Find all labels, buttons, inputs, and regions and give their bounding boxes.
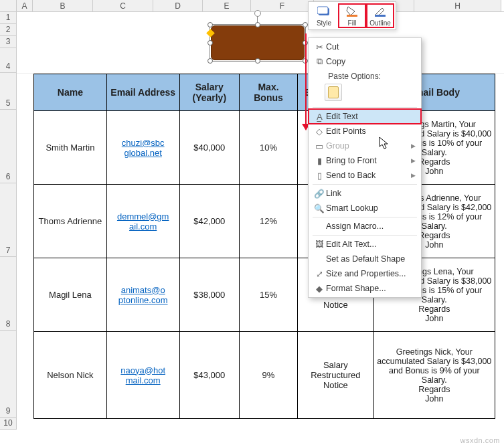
row-header[interactable]: 3	[0, 36, 17, 48]
row-header[interactable]: 6	[0, 110, 17, 183]
col-header[interactable]: H	[414, 0, 501, 11]
row-header[interactable]: 7	[0, 183, 17, 257]
menu-edit-points[interactable]: ◇ Edit Points	[309, 124, 421, 139]
style-button[interactable]: Style	[310, 3, 338, 28]
cell-email[interactable]: animats@optonline.com	[106, 258, 179, 332]
svg-rect-1	[317, 7, 328, 14]
cell-salary[interactable]: $38,000	[179, 258, 239, 332]
submenu-arrow-icon: ▶	[411, 143, 416, 149]
outline-icon	[368, 5, 392, 18]
bring-front-icon: ▮	[313, 156, 326, 166]
resize-handle[interactable]	[207, 40, 213, 46]
col-header[interactable]: D	[153, 0, 203, 11]
fill-icon	[340, 5, 364, 18]
table-row: Thoms Adriennedemmel@gmail.com$42,00012%…	[34, 185, 495, 258]
menu-copy[interactable]: ⧉ Copy	[309, 54, 421, 69]
cell-bonus[interactable]: 15%	[240, 258, 298, 332]
context-menu: ✂ Cut ⧉ Copy Paste Options: A̲ Edit Text…	[308, 37, 422, 298]
size-props-icon: ⤢	[313, 269, 326, 279]
header-email: Email Address	[106, 74, 179, 111]
link-icon: 🔗	[313, 189, 326, 199]
cell-subject[interactable]: SalaryRestructuredNotice	[298, 332, 374, 419]
menu-format-shape[interactable]: ◆ Format Shape...	[309, 281, 421, 296]
cell-email[interactable]: chuzi@sbcglobal.net	[106, 111, 179, 185]
row-header[interactable]: 8	[0, 257, 17, 331]
cell-salary[interactable]: $42,000	[179, 185, 239, 258]
menu-assign-macro[interactable]: Assign Macro...	[309, 219, 421, 234]
watermark: wsxdn.com	[460, 436, 500, 444]
cell-name[interactable]: Magil Lena	[34, 258, 107, 332]
col-header[interactable]: B	[33, 0, 93, 11]
resize-handle[interactable]	[255, 22, 260, 27]
cell-body[interactable]: Greetings Nick, Your accumulated Salary …	[373, 332, 495, 419]
email-link[interactable]: chuzi@sbcglobal.net	[122, 138, 165, 158]
annotation-arrow	[305, 33, 307, 129]
table-row: Nelson Nicknaoya@hotmail.com$43,0009%Sal…	[34, 332, 495, 419]
col-header[interactable]: A	[17, 0, 33, 11]
menu-edit-text[interactable]: A̲ Edit Text	[309, 109, 421, 124]
cell-name[interactable]: Smith Martin	[34, 111, 107, 185]
svg-rect-3	[375, 15, 386, 17]
menu-set-default-shape[interactable]: Set as Default Shape	[309, 252, 421, 266]
menu-cut[interactable]: ✂ Cut	[309, 39, 421, 54]
email-link[interactable]: naoya@hotmail.com	[120, 365, 165, 385]
menu-edit-alt-text[interactable]: 🖼 Edit Alt Text...	[309, 237, 421, 252]
table-row: Magil Lenaanimats@optonline.com$38,00015…	[34, 258, 495, 332]
send-back-icon: ▯	[313, 171, 326, 181]
resize-handle[interactable]	[303, 22, 308, 27]
row-header[interactable]: 2	[0, 24, 17, 36]
menu-size-properties[interactable]: ⤢ Size and Properties...	[309, 266, 421, 281]
paste-options-header: Paste Options:	[309, 69, 421, 82]
menu-link[interactable]: 🔗 Link	[309, 186, 421, 201]
email-link[interactable]: animats@optonline.com	[118, 285, 168, 305]
fill-label: Fill	[348, 19, 357, 27]
outline-button[interactable]: Outline	[366, 3, 394, 28]
col-header[interactable]: F	[251, 0, 314, 11]
fill-button[interactable]: Fill	[338, 3, 366, 28]
cell-email[interactable]: demmel@gmail.com	[106, 185, 179, 258]
edit-text-icon: A̲	[313, 112, 326, 122]
row-header[interactable]: 4	[0, 48, 17, 73]
menu-smart-lookup[interactable]: 🔍 Smart Lookup	[309, 201, 421, 215]
col-header[interactable]: E	[203, 0, 251, 11]
resize-handle[interactable]	[207, 58, 213, 64]
cell-name[interactable]: Thoms Adrienne	[34, 185, 107, 258]
paste-options	[309, 82, 421, 106]
cell-bonus[interactable]: 10%	[240, 111, 298, 185]
mini-toolbar: Style Fill Outline	[308, 1, 396, 30]
menu-bring-to-front[interactable]: ▮ Bring to Front ▶	[309, 153, 421, 168]
row-header[interactable]: 1	[0, 12, 17, 24]
cell-name[interactable]: Nelson Nick	[34, 332, 107, 419]
outline-label: Outline	[369, 19, 391, 27]
row-header[interactable]: 5	[0, 73, 17, 110]
cell-salary[interactable]: $40,000	[179, 111, 239, 185]
svg-rect-2	[347, 15, 357, 17]
header-name: Name	[34, 74, 107, 111]
selection-border	[209, 24, 306, 62]
smart-lookup-icon: 🔍	[313, 203, 326, 213]
cell-salary[interactable]: $43,000	[179, 332, 239, 419]
rounded-rectangle-shape[interactable]	[211, 25, 305, 60]
menu-send-to-back[interactable]: ▯ Send to Back ▶	[309, 168, 421, 183]
header-bonus: Max. Bonus	[240, 74, 298, 111]
cell-bonus[interactable]: 9%	[240, 332, 298, 419]
cell-email[interactable]: naoya@hotmail.com	[106, 332, 179, 419]
format-shape-icon: ◆	[313, 284, 326, 294]
table-row: Smith Martinchuzi@sbcglobal.net$40,00010…	[34, 111, 495, 185]
rotate-handle[interactable]	[254, 10, 261, 17]
header-salary: Salary (Yearly)	[179, 74, 239, 111]
row-header[interactable]: 10	[0, 418, 17, 430]
group-icon: ▭	[313, 141, 326, 151]
alt-text-icon: 🖼	[313, 240, 326, 249]
cut-icon: ✂	[313, 42, 326, 52]
style-label: Style	[317, 19, 331, 27]
resize-handle[interactable]	[207, 22, 213, 27]
style-icon	[311, 5, 337, 18]
submenu-arrow-icon: ▶	[411, 157, 416, 164]
email-link[interactable]: demmel@gmail.com	[117, 211, 169, 232]
cell-bonus[interactable]: 12%	[240, 185, 298, 258]
col-header[interactable]: C	[93, 0, 153, 11]
paste-option-icon[interactable]	[325, 84, 342, 101]
row-header[interactable]: 9	[0, 331, 17, 418]
resize-handle[interactable]	[255, 58, 260, 64]
